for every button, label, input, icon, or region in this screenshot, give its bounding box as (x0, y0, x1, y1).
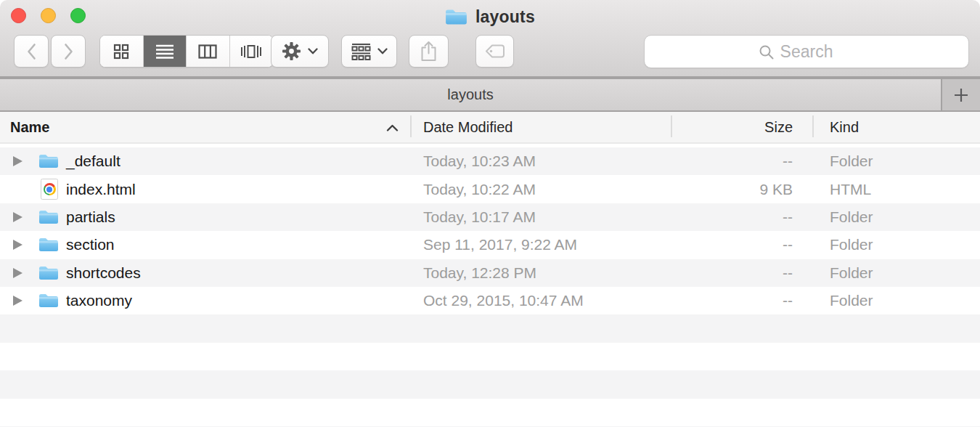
tab-layouts[interactable]: layouts (0, 79, 941, 110)
coverflow-view-button[interactable] (230, 36, 274, 67)
file-kind: Folder (830, 203, 873, 231)
sort-ascending-icon (386, 124, 399, 131)
view-mode-segmented-control (99, 35, 274, 68)
page-title: layouts (475, 7, 535, 27)
back-button[interactable] (14, 35, 49, 68)
list-view-button[interactable] (144, 36, 187, 67)
folder-icon (38, 265, 59, 280)
folder-icon (445, 8, 467, 25)
finder-window: layouts (0, 0, 980, 427)
list-item[interactable]: section Sep 11, 2017, 9:22 AM -- Folder (0, 231, 980, 259)
tags-button[interactable] (475, 35, 514, 68)
titlebar: layouts (0, 0, 980, 78)
file-list: _default Today, 10:23 AM -- Folder index… (0, 145, 980, 427)
file-size: -- (671, 147, 793, 175)
file-name: partials (66, 203, 115, 231)
column-divider[interactable] (410, 115, 412, 137)
share-button[interactable] (409, 35, 449, 68)
column-header-kind[interactable]: Kind (830, 112, 859, 142)
navigation-buttons (14, 35, 86, 68)
file-kind: Folder (830, 231, 873, 259)
folder-icon (38, 209, 59, 224)
gear-icon (282, 41, 301, 61)
disclosure-triangle-icon[interactable] (13, 268, 23, 278)
file-date: Today, 10:22 AM (423, 175, 536, 203)
file-name: shortcodes (66, 259, 141, 287)
list-item[interactable]: shortcodes Today, 12:28 PM -- Folder (0, 259, 980, 287)
column-view-icon (198, 44, 217, 59)
list-item[interactable]: partials Today, 10:17 AM -- Folder (0, 203, 980, 231)
new-tab-button[interactable] (941, 79, 980, 110)
file-date: Today, 10:23 AM (423, 147, 536, 175)
forward-button[interactable] (51, 35, 86, 68)
group-by-icon (351, 43, 371, 60)
file-size: -- (671, 231, 793, 259)
file-kind: HTML (830, 175, 871, 203)
tab-bar: layouts (0, 78, 980, 112)
file-kind: Folder (830, 147, 873, 175)
disclosure-triangle-icon[interactable] (13, 156, 23, 166)
chevron-down-icon (308, 48, 318, 54)
file-kind: Folder (830, 287, 873, 314)
action-menu-button[interactable] (271, 35, 329, 68)
column-header-size[interactable]: Size (671, 112, 793, 142)
share-icon (420, 41, 438, 62)
list-item[interactable]: taxonomy Oct 29, 2015, 10:47 AM -- Folde… (0, 287, 980, 314)
icon-view-button[interactable] (100, 36, 144, 67)
tag-icon (484, 44, 506, 59)
file-name: index.html (66, 175, 136, 203)
window-title: layouts (0, 6, 980, 28)
file-date: Oct 29, 2015, 10:47 AM (423, 287, 584, 314)
column-header-name[interactable]: Name (10, 112, 49, 142)
folder-icon (38, 293, 59, 308)
file-date: Today, 12:28 PM (423, 259, 536, 287)
list-view-icon (155, 44, 174, 60)
folder-icon (38, 237, 59, 252)
search-input[interactable] (645, 36, 968, 68)
file-name: taxonomy (66, 287, 132, 314)
chevron-down-icon (377, 48, 388, 54)
tab-label: layouts (447, 86, 493, 103)
file-name: section (66, 231, 115, 259)
disclosure-triangle-icon[interactable] (13, 212, 23, 222)
chevron-right-icon (63, 43, 74, 60)
column-divider[interactable] (812, 115, 814, 137)
disclosure-triangle-icon[interactable] (13, 240, 23, 250)
file-size: -- (671, 287, 793, 314)
file-size: 9 KB (671, 175, 793, 203)
column-view-button[interactable] (187, 36, 230, 67)
file-date: Sep 11, 2017, 9:22 AM (423, 231, 577, 259)
folder-icon (38, 153, 59, 168)
list-item[interactable]: _default Today, 10:23 AM -- Folder (0, 147, 980, 175)
file-kind: Folder (830, 259, 873, 287)
list-item[interactable]: index.html Today, 10:22 AM 9 KB HTML (0, 175, 980, 203)
coverflow-view-icon (240, 44, 262, 60)
file-size: -- (671, 203, 793, 231)
column-headers: Name Date Modified Size Kind (0, 112, 980, 144)
icon-view-icon (113, 44, 129, 60)
column-header-date-modified[interactable]: Date Modified (423, 112, 513, 142)
file-name: _default (66, 147, 121, 175)
search-field (644, 35, 969, 68)
arrange-menu-button[interactable] (341, 35, 397, 68)
disclosure-triangle-icon[interactable] (13, 296, 23, 306)
file-size: -- (671, 259, 793, 287)
plus-icon (952, 86, 971, 105)
chevron-left-icon (26, 43, 37, 60)
file-date: Today, 10:17 AM (423, 203, 536, 231)
chrome-html-icon (41, 179, 58, 200)
